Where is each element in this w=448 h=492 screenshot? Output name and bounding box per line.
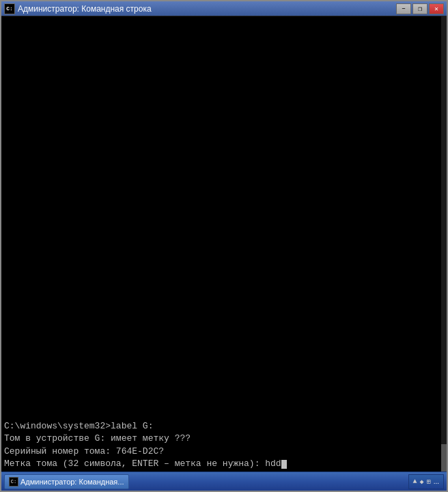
restore-button[interactable]: ❐ xyxy=(412,3,428,14)
terminal-line: Метка тома (32 символа, ENTER – метка не… xyxy=(4,458,438,470)
taskbar-button-label: Администратор: Командная... xyxy=(20,478,124,486)
terminal-line xyxy=(4,383,438,396)
close-button[interactable]: ✕ xyxy=(429,3,444,14)
tray-icon-3: ⊞ xyxy=(427,478,431,486)
title-controls: – ❐ ✕ xyxy=(396,3,444,14)
terminal-line xyxy=(4,184,438,197)
terminal-body[interactable]: C:\windows\system32>label G:Том в устрой… xyxy=(1,16,447,472)
cursor-blink xyxy=(281,460,287,469)
terminal-line xyxy=(4,197,438,209)
terminal-line xyxy=(4,221,438,234)
system-tray: ▲ ◆ ⊞ ... xyxy=(408,474,444,489)
terminal-line xyxy=(4,346,438,358)
tray-time: ... xyxy=(434,478,439,485)
terminal-line xyxy=(4,371,438,383)
taskbar-cmd-icon-label: C: xyxy=(11,479,16,484)
restore-icon: ❐ xyxy=(418,5,422,13)
scrollbar-thumb[interactable] xyxy=(441,444,447,472)
scrollbar[interactable] xyxy=(441,16,447,472)
terminal-line: Серийный номер тома: 764E-D2C? xyxy=(4,446,438,458)
title-text: Администратор: Командная строка xyxy=(18,4,152,14)
terminal-line xyxy=(4,159,438,172)
terminal-line xyxy=(4,408,438,420)
terminal-line xyxy=(4,296,438,308)
tray-icon-2: ◆ xyxy=(420,478,424,486)
terminal-line xyxy=(4,321,438,333)
terminal-content: C:\windows\system32>label G:Том в устрой… xyxy=(1,16,441,472)
terminal-line xyxy=(4,271,438,284)
terminal-line xyxy=(4,147,438,159)
cmd-window: C: Администратор: Командная строка – ❐ ✕… xyxy=(0,0,448,492)
taskbar: C: Администратор: Командная... ▲ ◆ ⊞ ... xyxy=(1,472,447,491)
minimize-button[interactable]: – xyxy=(396,3,411,14)
terminal-line xyxy=(4,358,438,370)
terminal-line: Том в устройстве G: имеет метку ??? xyxy=(4,433,438,445)
minimize-icon: – xyxy=(402,5,406,12)
title-bar-left: C: Администратор: Командная строка xyxy=(4,3,152,14)
close-icon: ✕ xyxy=(434,5,438,13)
title-bar: C: Администратор: Командная строка – ❐ ✕ xyxy=(1,1,447,16)
terminal-line xyxy=(4,333,438,346)
terminal-line xyxy=(4,172,438,184)
taskbar-cmd-icon: C: xyxy=(9,477,18,487)
taskbar-cmd-button[interactable]: C: Администратор: Командная... xyxy=(4,474,129,489)
tray-icon-1: ▲ xyxy=(413,478,417,485)
terminal-line: C:\windows\system32>label G: xyxy=(4,420,438,433)
terminal-line xyxy=(4,259,438,271)
terminal-line xyxy=(4,209,438,221)
terminal-line xyxy=(4,247,438,259)
terminal-line xyxy=(4,396,438,408)
terminal-line xyxy=(4,234,438,246)
terminal-line xyxy=(4,284,438,296)
window-icon-label: C: xyxy=(6,5,13,12)
terminal-line xyxy=(4,309,438,321)
window-icon: C: xyxy=(4,3,15,14)
